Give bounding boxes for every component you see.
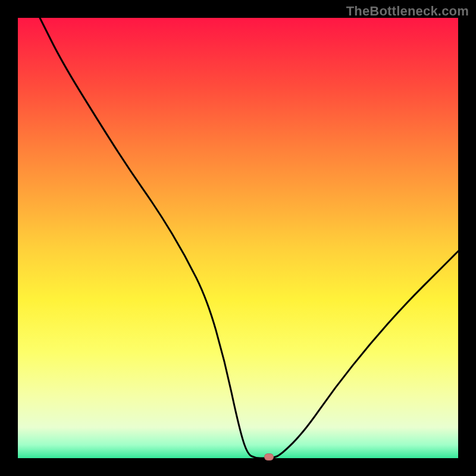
plot-area: [18, 18, 458, 458]
curve-svg: [18, 18, 458, 458]
optimal-point-marker: [264, 453, 274, 461]
bottleneck-curve: [40, 18, 458, 458]
watermark-text: TheBottleneck.com: [346, 4, 469, 19]
chart-frame: TheBottleneck.com: [0, 0, 476, 476]
